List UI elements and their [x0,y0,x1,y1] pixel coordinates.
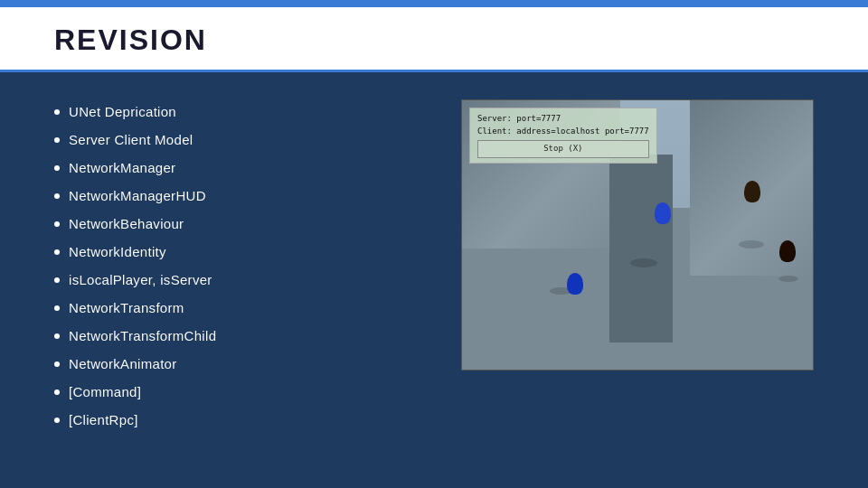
bullet-dot-network-identity [54,249,60,255]
bullet-item-network-manager-hud: NetworkManagerHUD [54,183,425,208]
hud-server-line: Server: port=7777 [477,114,561,123]
bullet-dot-command [54,389,60,395]
page-title: REVISION [54,23,814,57]
bullet-text-network-transform-child: NetworkTransformChild [69,328,216,343]
bullet-text-network-transform: NetworkTransform [69,300,184,315]
bullet-dot-server-client [54,137,60,143]
bullet-dot-unet [54,109,60,115]
bullet-text-client-rpc: [ClientRpc] [69,412,138,427]
hud-stop-button[interactable]: Stop (X) [477,140,649,158]
bullet-dot-network-manager-hud [54,193,60,199]
bullet-item-network-manager: NetworkManager [54,155,425,180]
bullet-dot-network-manager [54,165,60,171]
bullet-text-server-client: Server Client Model [69,132,193,147]
screenshot-container: Server: port=7777 Client: address=localh… [461,90,814,432]
top-bar [0,0,868,7]
bullet-item-network-behaviour: NetworkBehaviour [54,211,425,236]
player-dark-1 [744,181,760,202]
bullet-item-network-identity: NetworkIdentity [54,239,425,264]
bullet-text-network-behaviour: NetworkBehaviour [69,216,184,231]
bullet-list: UNet DepricationServer Client ModelNetwo… [54,90,425,432]
content-area: UNet DepricationServer Client ModelNetwo… [0,72,868,450]
bullet-text-unet: UNet Deprication [69,104,176,119]
game-screenshot: Server: port=7777 Client: address=localh… [461,99,814,371]
player-dark-2 [779,240,796,262]
bullet-item-command: [Command] [54,380,425,404]
bullet-text-command: [Command] [69,384,141,399]
bullet-dot-network-transform [54,305,60,311]
bullet-item-network-transform: NetworkTransform [54,296,425,320]
player-blue-1 [655,202,671,224]
bullet-item-server-client: Server Client Model [54,127,425,152]
bullet-item-unet: UNet Deprication [54,99,425,124]
hud-overlay: Server: port=7777 Client: address=localh… [469,108,657,164]
bullet-item-client-rpc: [ClientRpc] [54,408,425,432]
bullet-dot-network-behaviour [54,221,60,227]
player-blue-2 [567,273,583,295]
bullet-item-is-local-player: isLocalPlayer, isServer [54,267,425,292]
bullet-dot-network-animator [54,361,60,367]
bullet-text-network-manager: NetworkManager [69,160,175,175]
bullet-text-is-local-player: isLocalPlayer, isServer [69,272,212,287]
bullet-text-network-manager-hud: NetworkManagerHUD [69,188,206,203]
bullet-dot-is-local-player [54,277,60,283]
hud-client-line: Client: address=localhost port=7777 [477,127,649,136]
bullet-text-network-identity: NetworkIdentity [69,244,166,259]
header: REVISION [0,7,868,72]
bullet-item-network-transform-child: NetworkTransformChild [54,324,425,348]
bullet-dot-client-rpc [54,418,60,423]
bullet-text-network-animator: NetworkAnimator [69,356,177,371]
bullet-item-network-animator: NetworkAnimator [54,352,425,376]
bullet-dot-network-transform-child [54,333,60,339]
